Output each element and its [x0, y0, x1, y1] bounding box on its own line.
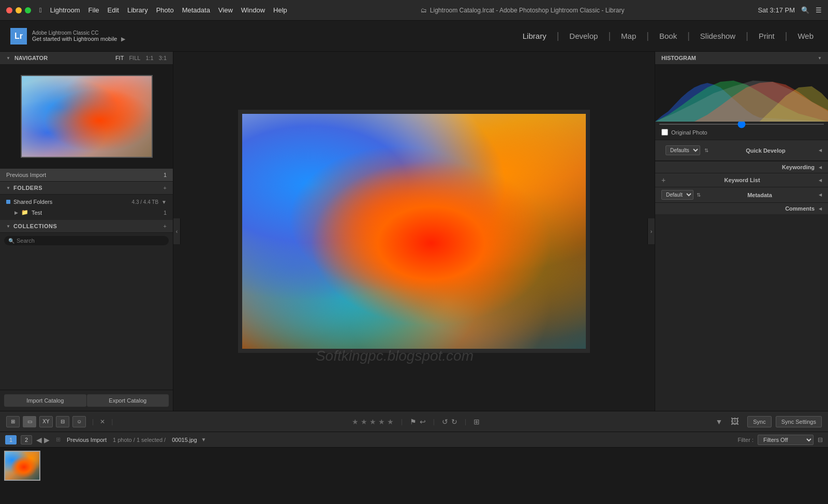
- navigator-header[interactable]: ▼ Navigator FIT FILL 1:1 3:1: [0, 52, 173, 65]
- left-panel-collapse-arrow[interactable]: ‹: [173, 218, 181, 244]
- quick-develop-section: Defaults ⇅ Quick Develop ◀: [655, 140, 828, 161]
- test-folder-item[interactable]: ▶ 📁 Test 1: [0, 207, 173, 218]
- filmstrip-page-2[interactable]: 2: [21, 435, 32, 444]
- folders-header[interactable]: ▼ Folders +: [0, 182, 173, 195]
- quick-develop-header[interactable]: Defaults ⇅ Quick Develop ◀: [655, 140, 828, 161]
- quick-develop-preset-select[interactable]: Defaults: [666, 145, 700, 155]
- library-menu[interactable]: Library: [127, 6, 148, 14]
- maximize-button[interactable]: [25, 7, 31, 13]
- view-menu[interactable]: View: [218, 6, 233, 14]
- main-image-inner: [242, 114, 586, 349]
- apple-menu[interactable]: : [39, 6, 42, 14]
- metadata-header[interactable]: Default ⇅ Metadata ◀: [655, 187, 828, 202]
- sync-button[interactable]: Sync: [747, 416, 771, 427]
- previous-import-bar[interactable]: Previous Import 1: [0, 168, 173, 182]
- filmstrip-forward-button[interactable]: ▶: [44, 436, 50, 444]
- folders-add-button[interactable]: +: [164, 185, 167, 191]
- minimize-button[interactable]: [16, 7, 22, 13]
- histogram-header[interactable]: Histogram ▼: [655, 52, 828, 65]
- histogram-svg: [655, 65, 828, 122]
- import-catalog-button[interactable]: Import Catalog: [4, 394, 86, 407]
- filmstrip-filename-dropdown[interactable]: ▼: [201, 437, 206, 442]
- zoom-fit[interactable]: FIT: [115, 55, 124, 61]
- collections-search-input[interactable]: [17, 238, 165, 244]
- file-menu[interactable]: File: [88, 6, 99, 14]
- zoom-1to1[interactable]: 1:1: [145, 55, 153, 61]
- keyword-list-plus[interactable]: +: [661, 176, 666, 184]
- edit-menu[interactable]: Edit: [108, 6, 119, 14]
- folder-dropdown-arrow[interactable]: ▼: [161, 199, 167, 205]
- lightroom-menu[interactable]: Lightroom: [50, 6, 80, 14]
- menu-icon[interactable]: ☰: [816, 6, 822, 14]
- unflag-button[interactable]: ↩: [420, 418, 426, 426]
- filmstrip-end-button[interactable]: ⊟: [818, 436, 823, 443]
- lr-text: Adobe Lightroom Classic CC Get started w…: [32, 30, 125, 42]
- module-slideshow[interactable]: Slideshow: [696, 29, 740, 42]
- folder-size: 4.3 / 4.4 TB: [132, 199, 159, 205]
- loupe-view-button[interactable]: ▭: [23, 416, 36, 427]
- metadata-preset-select[interactable]: Default: [661, 190, 693, 200]
- collections-add-button[interactable]: +: [164, 223, 167, 229]
- filmstrip-filename[interactable]: 00015.jpg: [172, 437, 197, 443]
- metadata-menu[interactable]: Metadata: [182, 6, 210, 14]
- star-rating[interactable]: ★ ★ ★ ★ ★: [352, 418, 394, 426]
- zoom-3to1[interactable]: 3:1: [159, 55, 167, 61]
- shared-folder-name: Shared Folders: [13, 199, 129, 205]
- compare-view-button[interactable]: XY: [39, 416, 53, 427]
- shared-folders-item[interactable]: Shared Folders 4.3 / 4.4 TB ▼: [0, 197, 173, 207]
- folders-list: Shared Folders 4.3 / 4.4 TB ▼ ▶ 📁 Test 1: [0, 195, 173, 220]
- comments-header[interactable]: Comments ◀: [655, 202, 828, 214]
- filmstrip-back-button[interactable]: ◀: [36, 436, 42, 444]
- toolbar-photo-icon[interactable]: 🖼: [731, 417, 739, 426]
- zoom-fill[interactable]: FILL: [129, 55, 140, 61]
- module-develop[interactable]: Develop: [565, 29, 602, 42]
- survey-view-button[interactable]: ⊟: [56, 416, 69, 427]
- metadata-title: Metadata: [747, 192, 772, 198]
- crop-button[interactable]: ⊞: [474, 418, 480, 426]
- rotate-left-button[interactable]: ↺: [442, 418, 448, 426]
- mobile-tagline[interactable]: Get started with Lightroom mobile ▶: [32, 36, 125, 42]
- module-print[interactable]: Print: [755, 29, 779, 42]
- close-button[interactable]: [6, 7, 12, 13]
- module-library[interactable]: Library: [519, 29, 551, 42]
- sync-settings-button[interactable]: Sync Settings: [776, 416, 822, 427]
- flag-button[interactable]: ⚑: [410, 418, 417, 426]
- right-panel-collapse-arrow[interactable]: ›: [647, 218, 655, 244]
- photo-menu[interactable]: Photo: [156, 6, 174, 14]
- star-2[interactable]: ★: [361, 418, 367, 426]
- star-4[interactable]: ★: [378, 418, 385, 426]
- lr-logo: Lr: [10, 28, 27, 45]
- filmstrip-page-1[interactable]: 1: [5, 435, 17, 444]
- star-5[interactable]: ★: [387, 418, 394, 426]
- star-3[interactable]: ★: [369, 418, 376, 426]
- module-map[interactable]: Map: [617, 29, 640, 42]
- filmstrip-thumb-1[interactable]: [4, 451, 40, 481]
- filmstrip-thumb-1-image: [5, 452, 39, 480]
- help-menu[interactable]: Help: [273, 6, 287, 14]
- keyword-list-header[interactable]: + Keyword List ◀: [655, 173, 828, 187]
- original-photo-label[interactable]: Original Photo: [671, 129, 707, 136]
- toolbar-down-arrow[interactable]: ▼: [715, 418, 722, 426]
- right-panel: Histogram ▼: [655, 52, 828, 411]
- collections-header[interactable]: ▼ Collections +: [0, 220, 173, 233]
- face-detect-button[interactable]: ☺: [72, 416, 86, 427]
- brand-area: Lr Adobe Lightroom Classic CC Get starte…: [10, 28, 125, 45]
- export-catalog-button[interactable]: Export Catalog: [87, 394, 169, 407]
- module-web[interactable]: Web: [793, 29, 818, 42]
- module-book[interactable]: Book: [655, 29, 681, 42]
- filmstrip-top: 1 2 ◀ ▶ ⊞ Previous Import 1 photo / 1 se…: [0, 432, 828, 448]
- reject-button[interactable]: ✕: [100, 418, 105, 425]
- search-icon[interactable]: 🔍: [801, 6, 809, 14]
- toolbar-sep-3: |: [401, 418, 403, 425]
- histogram-range-slider[interactable]: [659, 124, 824, 125]
- window-menu[interactable]: Window: [241, 6, 265, 14]
- subfolder-expand[interactable]: ▶: [14, 210, 18, 215]
- rotate-right-button[interactable]: ↻: [451, 418, 457, 426]
- grid-view-button[interactable]: ⊞: [6, 416, 20, 427]
- filter-select[interactable]: Filters Off Filter by Flag Filter by Rat…: [758, 435, 814, 445]
- title-bar-left:  Lightroom File Edit Library Photo Meta…: [6, 6, 287, 14]
- star-1[interactable]: ★: [352, 418, 359, 426]
- collections-search-icon: 🔍: [8, 238, 14, 244]
- original-photo-checkbox[interactable]: [661, 129, 668, 136]
- keywording-header[interactable]: Keywording ◀: [655, 161, 828, 173]
